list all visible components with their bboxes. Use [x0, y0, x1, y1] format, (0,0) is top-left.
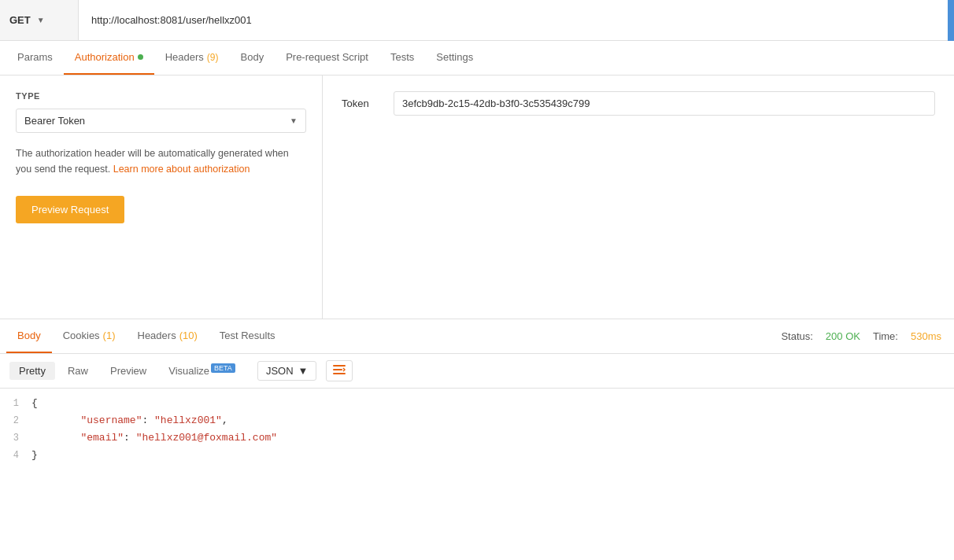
format-tab-preview[interactable]: Preview — [101, 362, 156, 380]
token-label: Token — [342, 98, 381, 109]
line-num-4: 4 — [6, 448, 31, 463]
line-num-2: 2 — [6, 413, 31, 429]
format-tab-raw[interactable]: Raw — [58, 362, 98, 380]
type-chevron-icon: ▼ — [290, 116, 298, 125]
code-line-3: 3 "email": "hellxz001@foxmail.com" — [0, 429, 954, 447]
tab-body-label: Body — [241, 51, 264, 63]
code-content-1: { — [31, 395, 38, 412]
code-line-2: 2 "username": "hellxz001", — [0, 412, 954, 429]
cookies-badge: (1) — [103, 330, 116, 341]
json-chevron-icon: ▼ — [298, 365, 309, 377]
tab-pre-request-label: Pre-request Script — [286, 51, 368, 63]
format-tab-visualize[interactable]: VisualizeBETA — [159, 361, 245, 380]
svg-rect-0 — [333, 365, 346, 367]
preview-request-button[interactable]: Preview Request — [16, 196, 124, 223]
method-chevron-icon: ▼ — [37, 16, 45, 24]
format-pretty-label: Pretty — [19, 365, 46, 377]
resp-headers-badge: (10) — [179, 330, 198, 341]
wrap-button[interactable] — [326, 360, 353, 381]
resp-tab-cookies-label: Cookies — [63, 330, 100, 341]
val-email: "hellxz001@foxmail.com" — [136, 432, 277, 444]
tab-headers[interactable]: Headers (9) — [154, 41, 230, 75]
resp-tab-body-label: Body — [17, 330, 41, 341]
tab-pre-request-script[interactable]: Pre-request Script — [275, 41, 379, 75]
tab-tests[interactable]: Tests — [379, 41, 425, 75]
type-value: Bearer Token — [24, 115, 85, 127]
tab-tests-label: Tests — [390, 51, 414, 63]
val-username: "hellxz001" — [154, 414, 222, 426]
resp-tab-headers[interactable]: Headers (10) — [127, 319, 209, 353]
resp-tab-cookies[interactable]: Cookies (1) — [52, 319, 127, 353]
request-tabs: Params Authorization Headers (9) Body Pr… — [0, 41, 954, 76]
time-label: Time: — [873, 330, 898, 342]
code-content-2: "username": "hellxz001", — [31, 412, 228, 429]
json-format-dropdown[interactable]: JSON ▼ — [257, 361, 317, 381]
tab-body[interactable]: Body — [230, 41, 275, 75]
auth-right-panel: Token — [323, 76, 954, 319]
format-bar: Pretty Raw Preview VisualizeBETA JSON ▼ — [0, 354, 954, 389]
format-raw-label: Raw — [68, 365, 88, 377]
tab-settings-label: Settings — [436, 51, 473, 63]
format-visualize-label: Visualize — [168, 366, 209, 378]
code-content-4: } — [31, 447, 38, 464]
type-label: TYPE — [16, 91, 306, 101]
status-area: Status: 200 OK Time: 530ms — [781, 330, 948, 342]
auth-panel: TYPE Bearer Token ▼ The authorization he… — [0, 76, 954, 319]
token-row: Token — [342, 91, 935, 116]
send-button[interactable] — [948, 0, 954, 41]
code-area: 1 { 2 "username": "hellxz001", 3 "email"… — [0, 389, 954, 470]
headers-badge: (9) — [207, 52, 219, 63]
token-input[interactable] — [394, 91, 935, 116]
svg-rect-1 — [333, 369, 342, 370]
time-value: 530ms — [911, 330, 941, 342]
code-content-3: "email": "hellxz001@foxmail.com" — [31, 429, 277, 447]
line-num-3: 3 — [6, 430, 31, 446]
tab-authorization-label: Authorization — [75, 51, 135, 63]
tab-params-label: Params — [17, 51, 53, 63]
method-label: GET — [9, 14, 31, 26]
key-username: "username" — [80, 414, 142, 426]
resp-tab-body[interactable]: Body — [6, 319, 52, 353]
format-tab-pretty[interactable]: Pretty — [9, 362, 55, 380]
auth-left-panel: TYPE Bearer Token ▼ The authorization he… — [0, 76, 323, 319]
url-input[interactable] — [79, 14, 948, 26]
line-num-1: 1 — [6, 396, 31, 411]
authorization-dot-icon — [138, 54, 143, 60]
method-dropdown[interactable]: GET ▼ — [0, 0, 79, 40]
code-line-4: 4 } — [0, 447, 954, 464]
status-label: Status: — [781, 330, 812, 342]
wrap-icon — [333, 364, 346, 378]
resp-tab-headers-label: Headers — [138, 330, 176, 341]
learn-more-link[interactable]: Learn more about authorization — [113, 164, 250, 175]
resp-tab-test-results-label: Test Results — [220, 330, 275, 341]
tab-authorization[interactable]: Authorization — [64, 41, 154, 75]
code-line-1: 1 { — [0, 395, 954, 412]
beta-badge: BETA — [211, 363, 235, 373]
format-preview-label: Preview — [110, 365, 146, 377]
resp-tab-test-results[interactable]: Test Results — [209, 319, 287, 353]
auth-note: The authorization header will be automat… — [16, 146, 306, 177]
tab-headers-label: Headers — [165, 51, 204, 63]
svg-rect-2 — [333, 373, 346, 374]
url-bar: GET ▼ — [0, 0, 954, 41]
key-email: "email" — [80, 432, 124, 444]
tab-settings[interactable]: Settings — [425, 41, 484, 75]
type-dropdown[interactable]: Bearer Token ▼ — [16, 109, 306, 133]
status-value: 200 OK — [826, 330, 860, 342]
json-format-label: JSON — [266, 365, 294, 377]
response-tabs: Body Cookies (1) Headers (10) Test Resul… — [0, 319, 954, 354]
tab-params[interactable]: Params — [6, 41, 64, 75]
